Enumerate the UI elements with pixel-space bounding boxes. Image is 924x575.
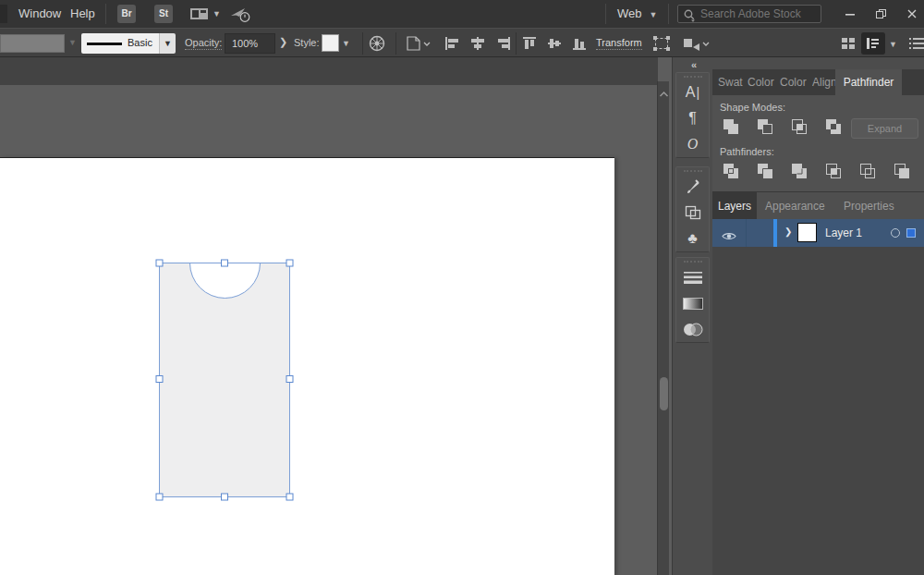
align-horizontal-center-icon[interactable] [468,36,487,53]
toolbar-separator [395,32,396,55]
pathfinder-merge-icon[interactable] [788,162,810,180]
pathfinders-label: Pathfinders: [720,146,774,157]
align-horizontal-left-icon[interactable] [444,36,462,53]
layer-expand-arrow[interactable]: ❯ [784,226,792,237]
tab-properties[interactable]: Properties [844,192,894,220]
opacity-value-field[interactable]: 100% [225,33,275,54]
brushes-panel-icon[interactable] [676,174,709,200]
canvas-area[interactable] [0,57,672,575]
shape-modes-label: Shape Modes: [720,102,785,113]
paragraph-panel-icon[interactable]: ¶ [676,105,709,131]
tab-pathfinder[interactable]: Pathfinder [835,69,902,95]
layer-target-icon[interactable] [891,228,900,238]
handle-bottom-right[interactable] [286,494,293,500]
collapse-panels-icon[interactable]: « [691,59,695,70]
menu-help[interactable]: Help [70,6,95,20]
chevron-down-icon[interactable]: ▼ [213,9,221,18]
handle-middle-right[interactable] [286,376,293,383]
tab-swatches[interactable]: Swat [718,69,743,95]
chevron-down-icon: ▼ [650,10,658,19]
align-vertical-bottom-icon[interactable] [570,36,589,53]
align-horizontal-right-icon[interactable] [493,36,512,53]
pathfinder-crop-icon[interactable] [822,162,845,180]
pathfinder-minus-back-icon[interactable] [891,162,913,180]
transparency-panel-icon[interactable] [676,316,709,342]
workspace-switcher[interactable]: Web▼ [617,6,657,20]
artboards-panel-icon[interactable] [676,200,709,226]
style-swatch[interactable] [322,34,339,52]
menu-window[interactable]: Window [18,6,61,20]
tab-layers[interactable]: Layers [712,192,757,220]
adobe-stock-search[interactable] [677,5,821,23]
group-grip[interactable] [684,261,702,263]
symbols-panel-icon[interactable]: ♣ [676,226,709,251]
stroke-panel-icon[interactable] [676,264,709,290]
layer-selection-indicator[interactable] [906,228,916,238]
close-button[interactable] [898,0,924,28]
pathfinder-divide-icon[interactable] [720,162,742,180]
share-icon[interactable] [229,6,251,26]
transform-link[interactable]: Transform [596,37,642,50]
opentype-panel-icon[interactable]: O [676,131,709,157]
character-panel-icon[interactable]: A| [676,80,709,105]
handle-top-left[interactable] [156,260,163,266]
menu-separator [105,4,106,24]
visibility-eye-icon[interactable] [722,228,736,245]
layers-panel-empty-area[interactable] [712,247,924,575]
bridge-badge[interactable]: Br [117,5,136,23]
layer-color-bar [773,219,777,247]
dock-panels-button[interactable] [861,32,885,55]
window-edge-fragment [0,5,7,23]
stock-badge[interactable]: St [154,5,173,23]
align-vertical-middle-icon[interactable] [545,36,564,53]
handle-bottom-center[interactable] [222,494,228,500]
shape-mode-minus-front-icon[interactable] [754,117,776,136]
style-dropdown-chevron[interactable]: ▼ [342,39,350,48]
shape-mode-intersect-icon[interactable] [788,117,810,136]
gradient-panel-icon[interactable] [676,290,709,316]
expand-button[interactable]: Expand [851,118,918,139]
handle-bottom-left[interactable] [156,494,163,500]
handle-middle-left[interactable] [156,376,163,383]
scroll-up-arrow[interactable] [658,85,670,102]
handle-top-center[interactable] [222,260,228,266]
minimize-button[interactable] [836,0,864,28]
grid-view-icon[interactable] [841,37,856,52]
layout-workspace-icon[interactable] [189,6,210,25]
layer-thumbnail[interactable] [797,223,817,242]
pathfinder-outline-icon[interactable] [857,162,879,180]
opacity-label[interactable]: Opacity: [185,37,222,50]
pathfinder-panel: Shape Modes: Expand Pathfinders: [712,95,924,191]
group-grip[interactable] [684,170,702,173]
tab-appearance[interactable]: Appearance [765,192,825,220]
opacity-stepper-arrow[interactable]: ❯ [279,36,287,48]
shape-mode-unite-icon[interactable] [720,117,742,136]
panel-icon-group-objects: ♣ [675,166,710,252]
fill-swatch[interactable] [0,34,65,53]
handle-top-right[interactable] [286,260,293,266]
canvas-shape[interactable] [160,263,290,497]
chevron-down-icon[interactable]: ▼ [889,40,897,49]
group-grip[interactable] [684,76,702,79]
panel-menu-icon[interactable] [909,37,924,52]
bounding-box-icon[interactable] [651,35,672,54]
pathfinder-trim-icon[interactable] [754,162,776,180]
search-input[interactable] [700,6,819,22]
layer-row[interactable]: ❯ Layer 1 [712,219,924,247]
tab-color[interactable]: Color [748,69,774,95]
stroke-preset-field[interactable]: Basic [81,33,159,54]
stroke-preset-dropdown[interactable]: ▼ [159,33,176,54]
arrange-icon[interactable] [681,35,712,54]
document-setup-icon[interactable] [405,35,432,54]
tab-color-guide[interactable]: Color [780,69,807,95]
recolor-artwork-icon[interactable] [369,35,385,54]
align-vertical-top-icon[interactable] [520,36,539,53]
vertical-scrollbar[interactable] [657,81,669,575]
scrollbar-thumb[interactable] [660,377,668,410]
pathfinder-tab-bar: Swat Color Color Align Pathfinder [712,69,924,95]
shape-mode-exclude-icon[interactable] [822,117,845,136]
tab-align[interactable]: Align [812,69,837,95]
panel-dock: « A| ¶ O ♣ Swat Color Color [672,57,924,575]
restore-button[interactable] [867,0,894,28]
layer-name[interactable]: Layer 1 [825,219,862,247]
